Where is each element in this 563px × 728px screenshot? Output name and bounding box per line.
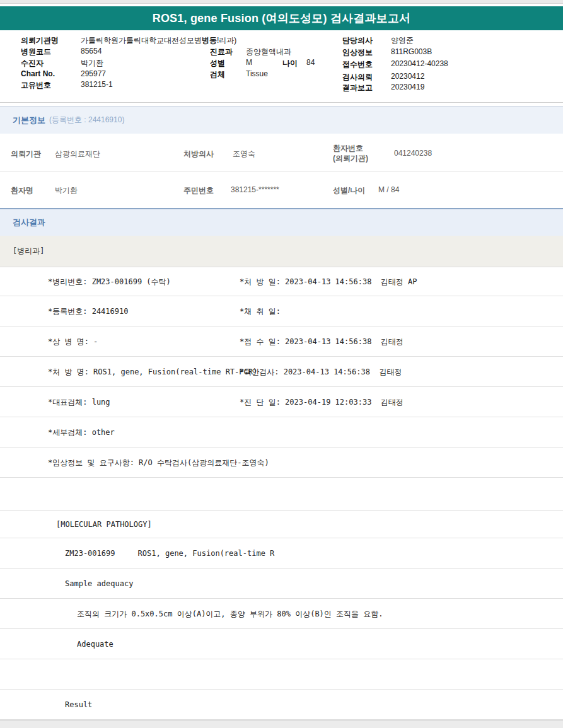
table-row: *대표검체: lung *진 단 일: 2023-04-19 12:03:33 …	[0, 387, 563, 417]
sex-age-value: M / 84	[378, 185, 399, 194]
gross-exam-date: *육안검사: 2023-04-13 14:56:38 김태정	[240, 366, 402, 377]
receipt-value: 20230412-40238	[391, 59, 448, 68]
basic-info-table: 의뢰기관 삼광의료재단 처방의사 조영숙 환자번호 (의뢰기관) 0412402…	[0, 134, 563, 208]
representative-specimen: *대표검체: lung	[48, 396, 110, 407]
org-value: 가톨릭학원가톨릭대학교대전성모병병동!리과)	[81, 35, 236, 46]
chart-no-label: Chart No.	[21, 69, 55, 78]
receipt-label: 접수번호	[342, 59, 373, 70]
specimen-value: Tissue	[246, 69, 268, 78]
hospital-code-value: 85654	[81, 47, 102, 55]
patient-id-block: 의뢰기관명 가톨릭학원가톨릭대학교대전성모병병동!리과) 병원코드 85654 …	[0, 0, 563, 103]
sex-age-label: 성별/나이	[333, 185, 365, 196]
dept-label: 진료과	[210, 47, 233, 57]
prescribing-doctor-value: 조영숙	[233, 149, 255, 159]
prescribed-date: *처 방 일: 2023-04-13 14:56:38 김태정 AP	[240, 276, 417, 287]
table-row	[0, 659, 563, 690]
sample-adequacy-heading: Sample adequacy	[65, 579, 133, 588]
results-title: 검사결과	[13, 217, 45, 228]
adequacy-criteria: 조직의 크기가 0.5x0.5cm 이상(A)이고, 종양 부위가 80% 이상…	[77, 608, 383, 619]
patient-no-value: 041240238	[394, 149, 432, 158]
clinical-info-request: *임상정보 및 요구사항: R/O 수탁검사(삼광의료재단-조영숙)	[48, 457, 269, 468]
table-row: Adequate	[0, 629, 563, 659]
test-id-line: ZM23-001699 ROS1, gene, Fusion(real-time…	[65, 549, 274, 558]
results-header: 검사결과	[0, 208, 563, 236]
patient-no-label-line1: 환자번호	[333, 143, 363, 154]
table-row: *등록번호: 24416910 *채 취 일:	[0, 296, 563, 326]
table-row: ZM23-001699 ROS1, gene, Fusion(real-time…	[0, 538, 563, 569]
patient-label: 수진자	[21, 58, 44, 69]
table-row	[0, 478, 563, 511]
result-heading: Result	[65, 700, 92, 709]
clinical-value: 811RG003B	[391, 47, 432, 56]
unique-no-label: 고유번호	[21, 80, 51, 91]
prescribing-doctor-label: 처방의사	[183, 149, 214, 159]
adequacy-result: Adequate	[77, 640, 113, 649]
sex-label: 성별	[210, 58, 225, 69]
table-row: *임상정보 및 요구사항: R/O 수탁검사(삼광의료재단-조영숙)	[0, 448, 563, 478]
table-row: *처 방 명: ROS1, gene, Fusion(real-time RT-…	[0, 357, 563, 387]
org-label: 의뢰기관명	[21, 35, 59, 46]
patient-value: 박기환	[81, 58, 103, 69]
specimen-label: 검체	[210, 69, 225, 80]
doctor-label: 담당의사	[342, 35, 373, 46]
dept-value: 종양혈액내과	[246, 47, 291, 57]
basic-info-title: 기본정보	[13, 115, 45, 126]
table-row: *상 병 명: - *접 수 일: 2023-04-13 14:56:38 김태…	[0, 326, 563, 357]
table-row: *세부검체: other	[0, 417, 563, 448]
diagnosis-date: *진 단 일: 2023-04-19 12:03:33 김태정	[240, 396, 403, 407]
doctor-value: 양영준	[391, 35, 414, 46]
department-row: [병리과]	[0, 236, 563, 267]
resident-no-label: 주민번호	[183, 185, 214, 196]
order-name: *처 방 명: ROS1, gene, Fusion(real-time RT-…	[48, 366, 257, 377]
patient-name-value: 박기환	[55, 185, 78, 196]
unique-no-value: 381215-1	[81, 80, 113, 89]
report-page: ROS1, gene Fusion (여의도성모) 검사결과보고서 의뢰기관명 …	[0, 0, 563, 728]
department-label: [병리과]	[13, 246, 44, 257]
patient-name-label: 환자명	[11, 185, 33, 196]
table-row: [MOLECULAR PATHOLOGY]	[0, 511, 563, 538]
table-row: 환자명 박기환 주민번호 381215-******* 성별/나이 M / 84	[0, 171, 563, 208]
age-value: 84	[306, 58, 315, 67]
referring-org-label: 의뢰기관	[11, 149, 41, 159]
table-row: *병리번호: ZM23-001699 (수탁) *처 방 일: 2023-04-…	[0, 267, 563, 296]
registration-no: *등록번호: 24416910	[48, 306, 128, 316]
request-label: 검사의뢰	[342, 72, 373, 83]
table-row: 조직의 크기가 0.5x0.5cm 이상(A)이고, 종양 부위가 80% 이상…	[0, 599, 563, 629]
resident-no-value: 381215-*******	[231, 185, 279, 194]
patient-no-label-line2: (의뢰기관)	[333, 153, 368, 164]
basic-info-subtitle: (등록번호 : 24416910)	[49, 115, 124, 125]
request-value: 20230412	[391, 72, 424, 81]
pathology-no: *병리번호: ZM23-001699 (수탁)	[48, 276, 171, 287]
table-row: Result	[0, 690, 563, 720]
hospital-code-label: 병원코드	[21, 47, 51, 57]
reported-value: 20230419	[391, 83, 424, 91]
bottom-scroll-strip	[0, 720, 563, 728]
table-row: Sample adequacy	[0, 569, 563, 599]
diagnosis-name: *상 병 명: -	[48, 336, 98, 347]
table-row: 의뢰기관 삼광의료재단 처방의사 조영숙 환자번호 (의뢰기관) 0412402…	[0, 134, 563, 171]
collection-date: *채 취 일:	[240, 306, 281, 316]
age-label: 나이	[282, 58, 298, 69]
result-detail-rows: *병리번호: ZM23-001699 (수탁) *처 방 일: 2023-04-…	[0, 267, 563, 720]
sex-value: M	[246, 58, 252, 67]
basic-info-header: 기본정보 (등록번호 : 24416910)	[0, 106, 563, 134]
sub-specimen: *세부검체: other	[48, 427, 115, 437]
referring-org-value: 삼광의료재단	[55, 149, 100, 159]
divider	[0, 102, 563, 103]
chart-no-value: 295977	[81, 69, 106, 78]
reported-label: 결과보고	[342, 83, 373, 93]
molecular-pathology-heading: [MOLECULAR PATHOLOGY]	[56, 520, 152, 529]
received-date: *접 수 일: 2023-04-13 14:56:38 김태정	[240, 336, 403, 347]
clinical-label: 임상정보	[342, 47, 373, 58]
